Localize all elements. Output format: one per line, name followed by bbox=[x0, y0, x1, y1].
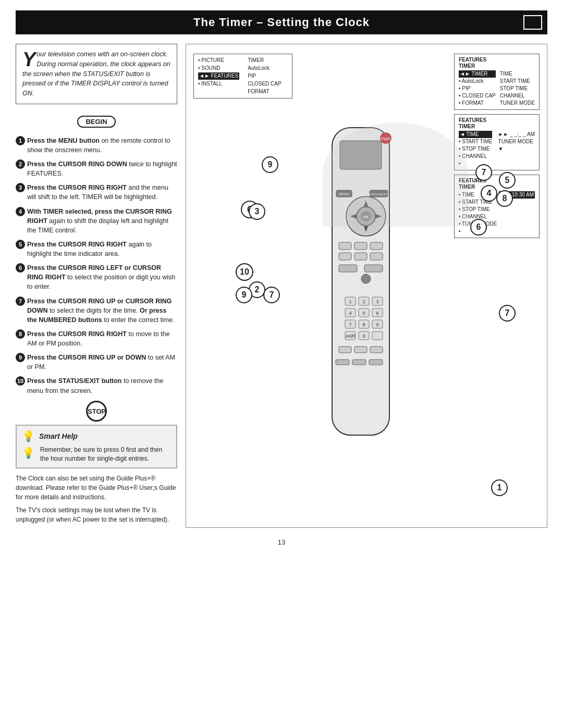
svg-text:0: 0 bbox=[362, 334, 365, 339]
svg-rect-12 bbox=[370, 242, 383, 250]
menu-item-sound: • SOUND bbox=[198, 65, 239, 72]
step-5-bold: Press the CURSOR RING RIGHT bbox=[27, 241, 127, 248]
menu-item-picture: • PICTURE bbox=[198, 57, 239, 64]
svg-text:9: 9 bbox=[376, 322, 378, 327]
stop-center: STOP bbox=[16, 401, 177, 422]
svg-point-18 bbox=[361, 274, 371, 283]
step-3: 3 Press the CURSOR RING RIGHT and the me… bbox=[16, 183, 177, 202]
fp2-starttime: START TIME bbox=[459, 138, 492, 145]
step-num-5: 5 bbox=[16, 240, 25, 249]
step-4-text: With TIMER selected, press the CURSOR RI… bbox=[27, 207, 177, 235]
svg-rect-45 bbox=[336, 360, 349, 365]
step-label-10: 10 bbox=[236, 263, 253, 281]
svg-text:5: 5 bbox=[362, 311, 365, 316]
bulb-icon: 💡 bbox=[22, 430, 35, 442]
step-8-text: Press the CURSOR RING RIGHT to move to t… bbox=[27, 329, 177, 348]
step-label-3: 3 bbox=[249, 203, 265, 220]
svg-text:2: 2 bbox=[362, 299, 365, 304]
step-label-7a: 7 bbox=[475, 164, 492, 181]
step-2: 2 Press the CURSOR RING DOWN twice to hi… bbox=[16, 159, 177, 178]
step-label-9b: 9 bbox=[236, 287, 252, 303]
menu-item-install: • INSTALL bbox=[198, 80, 239, 88]
fp1-closedcap: CLOSED CAP bbox=[459, 92, 496, 100]
fp2-header: FEATURES bbox=[459, 117, 535, 123]
smart-help-title: Smart Help bbox=[39, 432, 78, 440]
svg-rect-17 bbox=[364, 265, 383, 272]
fp1-row: ◄► TIMER AutoLock PIP CLOSED CAP FORMAT … bbox=[459, 70, 535, 107]
main-layout: Y our television comes with an on-screen… bbox=[16, 44, 547, 528]
fp2-sub: TIMER bbox=[459, 124, 535, 129]
step-num-6: 6 bbox=[16, 263, 25, 273]
menu-box-main: • PICTURE • SOUND ◄► FEATURES • INSTALL … bbox=[193, 54, 292, 98]
step-3-bold: Press the CURSOR RING RIGHT bbox=[27, 184, 127, 191]
page-number: 13 bbox=[16, 538, 547, 546]
fp2-stoptime: STOP TIME bbox=[459, 145, 492, 153]
menu-item-format: FORMAT bbox=[248, 88, 281, 95]
step-9-text: Press the CURSOR RING UP or DOWN to set … bbox=[27, 353, 177, 372]
svg-rect-47 bbox=[369, 360, 383, 365]
smart-help-header: 💡 Smart Help bbox=[22, 430, 171, 442]
step-9: 9 Press the CURSOR RING UP or DOWN to se… bbox=[16, 353, 177, 372]
fp1-format: FORMAT bbox=[459, 100, 496, 107]
step-num-2: 2 bbox=[16, 159, 25, 169]
fp1-col1: ◄► TIMER AutoLock PIP CLOSED CAP FORMAT bbox=[459, 70, 496, 107]
begin-badge: BEGIN bbox=[77, 116, 115, 128]
drop-cap: Y bbox=[22, 52, 35, 67]
title-bar: The Timer – Setting the Clock bbox=[16, 10, 547, 34]
svg-text:3: 3 bbox=[376, 299, 378, 304]
svg-text:6: 6 bbox=[376, 311, 378, 316]
step-label-5: 5 bbox=[499, 172, 516, 189]
fp1-sub: TIMER bbox=[459, 63, 535, 69]
smart-help-text: Remember, be sure to press 0 first and t… bbox=[40, 446, 171, 464]
step-label-1: 1 bbox=[491, 479, 508, 496]
fp1-tunermode: TUNER MODE bbox=[500, 100, 535, 107]
step-num-1: 1 bbox=[16, 136, 25, 145]
menu-item-autolock: AutoLock bbox=[248, 65, 281, 72]
step-num-3: 3 bbox=[16, 183, 25, 192]
right-column: • PICTURE • SOUND ◄► FEATURES • INSTALL … bbox=[186, 44, 547, 528]
page-title: The Timer – Setting the Clock bbox=[193, 16, 370, 29]
footer-para-2: The TV's clock settings may be lost when… bbox=[16, 505, 177, 524]
svg-text:7: 7 bbox=[349, 322, 351, 327]
step-4-bold: With TIMER selected, press the CURSOR RI… bbox=[27, 208, 172, 225]
step-6: 6 Press the CURSOR RING LEFT or CURSOR R… bbox=[16, 263, 177, 291]
fp3-header: FEATURES bbox=[459, 178, 535, 183]
fp1-timer: ◄► TIMER bbox=[459, 70, 496, 78]
fp1-pip: PIP bbox=[459, 85, 496, 92]
svg-rect-14 bbox=[354, 253, 367, 260]
step-7-bold2: Or press the NUMBERED buttons bbox=[27, 307, 166, 324]
step-6-text: Press the CURSOR RING LEFT or CURSOR RIN… bbox=[27, 263, 177, 291]
step-label-7c: 7 bbox=[499, 305, 516, 322]
stop-badge: STOP bbox=[86, 401, 107, 422]
svg-text:ANR: ANR bbox=[345, 334, 356, 339]
fp2-row: ◄ TIME START TIME STOP TIME CHANNEL • ►►… bbox=[459, 131, 535, 167]
smart-help-body: 💡 Remember, be sure to press 0 first and… bbox=[22, 446, 171, 464]
fp1-header: FEATURES bbox=[459, 57, 535, 63]
step-label-6b: 6 bbox=[470, 219, 487, 236]
step-num-10: 10 bbox=[16, 376, 25, 386]
footer-paragraphs: The Clock can also be set using the Guid… bbox=[16, 474, 177, 524]
footer-para-1: The Clock can also be set using the Guid… bbox=[16, 474, 177, 502]
feature-panel-2: FEATURES TIMER ◄ TIME START TIME STOP TI… bbox=[454, 114, 540, 170]
svg-rect-46 bbox=[352, 360, 366, 365]
step-9-bold: Press the CURSOR RING UP or DOWN bbox=[27, 354, 146, 361]
menu-item-closedcap: CLOSED CAP bbox=[248, 80, 281, 88]
svg-rect-13 bbox=[339, 253, 351, 260]
step-num-7: 7 bbox=[16, 297, 25, 306]
fp1-col2: TIME START TIME STOP TIME CHANNEL TUNER … bbox=[500, 70, 535, 107]
fp1-channel: CHANNEL bbox=[500, 92, 535, 100]
menu-col-2: TIMER AutoLock PIP CLOSED CAP FORMAT bbox=[248, 57, 281, 95]
step-10: 10 Press the STATUS/EXIT button to remov… bbox=[16, 376, 177, 395]
feature-panel-1: FEATURES TIMER ◄► TIMER AutoLock PIP CLO… bbox=[454, 54, 540, 110]
step-8: 8 Press the CURSOR RING RIGHT to move to… bbox=[16, 329, 177, 348]
corner-box bbox=[523, 15, 542, 30]
step-8-bold: Press the CURSOR RING RIGHT bbox=[27, 330, 127, 338]
svg-rect-44 bbox=[370, 347, 383, 353]
fp2-time: ◄ TIME bbox=[459, 131, 492, 138]
svg-rect-16 bbox=[339, 265, 357, 272]
left-column: Y our television comes with an on-screen… bbox=[16, 44, 177, 528]
menu-item-timer: TIMER bbox=[248, 57, 281, 64]
fp1-autolock: AutoLock bbox=[459, 78, 496, 85]
step-10-bold: Press the STATUS/EXIT button bbox=[27, 377, 122, 385]
fp3-sub: TIMER bbox=[459, 184, 535, 190]
